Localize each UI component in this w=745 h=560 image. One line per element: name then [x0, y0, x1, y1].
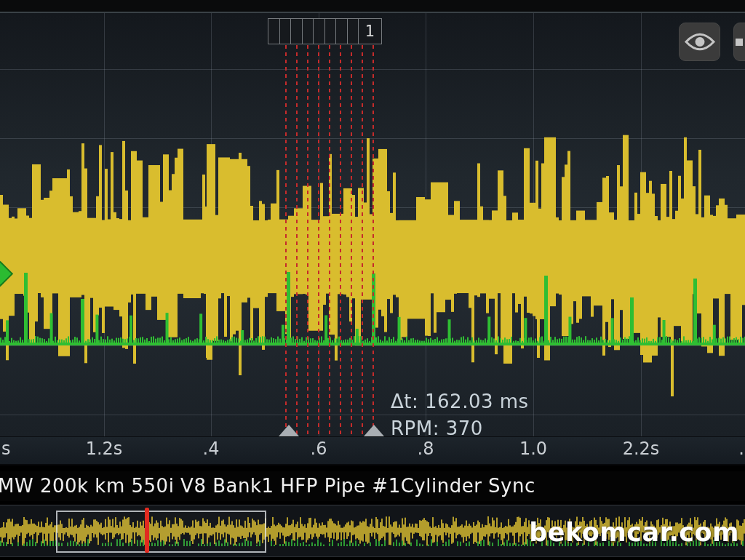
sync-cursor-line[interactable]: [362, 45, 363, 436]
square-glyph-icon: [736, 39, 743, 46]
recording-title: MW 200k km 550i V8 Bank1 HFP Pipe #1Cyli…: [0, 475, 535, 497]
sync-cursor-line[interactable]: [351, 45, 352, 436]
sync-cell[interactable]: [290, 18, 303, 44]
watermark: bekomcar.com: [529, 518, 739, 547]
sync-cursor-line[interactable]: [318, 45, 319, 436]
sync-cursor-line[interactable]: [340, 45, 341, 436]
time-tick-label: 1.2s: [86, 439, 123, 459]
measure-marker-triangle[interactable]: [364, 425, 384, 436]
sync-cell[interactable]: [347, 18, 359, 44]
window-top-edge: [0, 0, 745, 13]
sync-cell[interactable]: [313, 18, 325, 44]
sync-cursor-line[interactable]: [372, 45, 374, 436]
sync-cursor-line[interactable]: [307, 45, 308, 436]
oscilloscope-app-window: 1 Δt: 162.03 ms RPM: 370 s1.2s.4.6.81.02…: [0, 0, 745, 560]
time-tick-label: 1.0: [519, 439, 547, 459]
overview-selection-box[interactable]: [56, 511, 266, 553]
cylinder-sync-strip[interactable]: 1: [268, 18, 382, 44]
time-tick-label: 2.2s: [623, 439, 660, 459]
time-tick-label: .4: [203, 439, 220, 459]
sync-cell[interactable]: [335, 18, 348, 44]
time-tick-label: .8: [418, 439, 434, 459]
eye-icon: [684, 31, 716, 53]
sync-cursor-line[interactable]: [285, 45, 287, 436]
time-tick-label: .: [738, 439, 744, 459]
measure-marker-triangle[interactable]: [279, 425, 299, 436]
sync-cell[interactable]: [324, 18, 337, 44]
time-tick-label: s: [1, 439, 11, 459]
eye-button[interactable]: [679, 23, 720, 61]
time-axis[interactable]: s1.2s.4.6.81.02.2s.: [0, 436, 745, 464]
overview-cursor[interactable]: [145, 508, 149, 553]
time-tick-label: .6: [311, 439, 327, 459]
measurement-readout: Δt: 162.03 ms RPM: 370: [391, 388, 529, 442]
sync-cell[interactable]: [268, 18, 280, 44]
sync-cell-number-label[interactable]: 1: [358, 18, 382, 44]
sync-cursor-line[interactable]: [296, 45, 298, 436]
sync-cell[interactable]: [302, 18, 314, 44]
sync-cursor-line[interactable]: [329, 45, 330, 436]
overview-strip[interactable]: bekomcar.com: [0, 505, 745, 557]
more-button-partial[interactable]: [733, 23, 745, 61]
waveform-chart-area[interactable]: 1 Δt: 162.03 ms RPM: 370: [0, 13, 745, 436]
recording-title-bar: MW 200k km 550i V8 Bank1 HFP Pipe #1Cyli…: [0, 471, 745, 501]
delta-t-value: Δt: 162.03 ms: [391, 388, 529, 415]
sync-cell[interactable]: [279, 18, 292, 44]
